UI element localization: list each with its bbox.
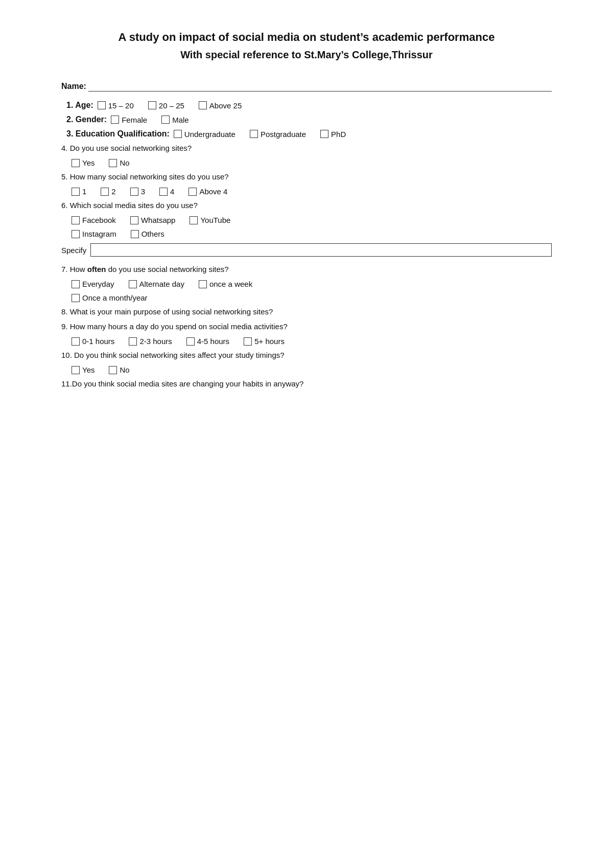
q9-checkbox-4[interactable] <box>244 337 252 346</box>
q5-opt-3-label: 3 <box>141 187 145 196</box>
q5-opt-2-label: 2 <box>111 187 115 196</box>
q4-checkbox-2[interactable] <box>109 159 117 167</box>
q10-text: 10. Do you think social networking sites… <box>61 351 552 359</box>
q2-checkbox-2[interactable] <box>161 116 170 124</box>
q7-opt-once-week-label: once a week <box>209 280 252 288</box>
q1-checkbox-1[interactable] <box>98 101 106 109</box>
q9-checkbox-3[interactable] <box>186 337 195 346</box>
q3-opt-2-label: Postgraduate <box>261 130 306 139</box>
q9-opt-1[interactable]: 0-1 hours <box>72 337 114 346</box>
q3-label: 3. Education Qualification: <box>66 129 170 139</box>
q3-opt-3[interactable]: PhD <box>320 130 346 139</box>
q4-checkbox-1[interactable] <box>72 159 80 167</box>
q6-opt-youtube[interactable]: YouTube <box>190 216 230 224</box>
q1-checkbox-3[interactable] <box>199 101 207 109</box>
q2-opt-2[interactable]: Male <box>161 116 189 124</box>
q9-checkbox-2[interactable] <box>129 337 137 346</box>
q3-opt-1[interactable]: Undergraduate <box>174 130 235 139</box>
q7-opt-once-week[interactable]: once a week <box>199 280 252 288</box>
q5-checkbox-5[interactable] <box>188 188 197 196</box>
q6-checkbox-youtube[interactable] <box>190 216 198 224</box>
q9-checkbox-1[interactable] <box>72 337 80 346</box>
q5-opt-5-label: Above 4 <box>199 187 227 196</box>
q4-text: 4. Do you use social networking sites? <box>61 144 552 152</box>
q7-checkbox-alternate[interactable] <box>129 280 137 288</box>
q6-opt-facebook-label: Facebook <box>82 216 116 224</box>
q5-opt-4[interactable]: 4 <box>159 187 174 196</box>
q7-opt-everyday[interactable]: Everyday <box>72 280 114 288</box>
question-7: 7. How often do you use social networkin… <box>61 265 552 302</box>
question-5: 5. How many social networking sites do y… <box>61 172 552 196</box>
q1-checkbox-2[interactable] <box>148 101 156 109</box>
q7-options-row1: Everyday Alternate day once a week <box>61 280 552 288</box>
question-1: 1. Age: 15 – 20 20 – 25 Above 25 <box>61 101 552 110</box>
q2-opt-1[interactable]: Female <box>111 116 147 124</box>
q3-checkbox-3[interactable] <box>320 130 328 138</box>
q3-checkbox-2[interactable] <box>250 130 258 138</box>
q6-options-row2: Instagram Others <box>61 230 552 238</box>
q6-checkbox-instagram[interactable] <box>72 230 80 238</box>
q5-options: 1 2 3 4 Above 4 <box>61 187 552 196</box>
q10-opt-2[interactable]: No <box>109 366 129 374</box>
q3-opt-2[interactable]: Postgraduate <box>250 130 306 139</box>
q6-checkbox-whatsapp[interactable] <box>130 216 138 224</box>
q6-opt-others[interactable]: Others <box>131 230 164 238</box>
q6-opt-whatsapp[interactable]: Whatsapp <box>130 216 176 224</box>
q6-opt-whatsapp-label: Whatsapp <box>141 216 176 224</box>
q5-checkbox-2[interactable] <box>101 188 109 196</box>
q7-checkbox-once-month[interactable] <box>72 294 80 302</box>
q4-options: Yes No <box>61 158 552 167</box>
q9-text: 9. How many hours a day do you spend on … <box>61 322 552 331</box>
q1-opt-1[interactable]: 15 – 20 <box>98 101 134 110</box>
q7-opt-alternate[interactable]: Alternate day <box>129 280 184 288</box>
q7-checkbox-once-week[interactable] <box>199 280 207 288</box>
q2-checkbox-1[interactable] <box>111 116 119 124</box>
q6-opt-instagram[interactable]: Instagram <box>72 230 116 238</box>
q9-opt-4[interactable]: 5+ hours <box>244 337 285 346</box>
q1-opt-2[interactable]: 20 – 25 <box>148 101 184 110</box>
q5-opt-1-label: 1 <box>82 187 86 196</box>
q2-row: 2. Gender: Female Male <box>61 115 552 124</box>
page-title: A study on impact of social media on stu… <box>61 31 552 44</box>
page-subtitle: With special reference to St.Mary’s Coll… <box>61 49 552 61</box>
q9-opt-3[interactable]: 4-5 hours <box>186 337 229 346</box>
q7-opt-once-month[interactable]: Once a month/year <box>72 293 148 302</box>
q10-opt-1-label: Yes <box>82 366 95 374</box>
q1-opt-3-label: Above 25 <box>209 101 242 110</box>
q5-checkbox-4[interactable] <box>159 188 168 196</box>
q5-checkbox-1[interactable] <box>72 188 80 196</box>
q6-opt-facebook[interactable]: Facebook <box>72 216 116 224</box>
q3-opt-1-label: Undergraduate <box>184 130 235 139</box>
q7-options-row2: Once a month/year <box>61 293 552 302</box>
q9-opt-4-label: 5+ hours <box>254 337 285 346</box>
q3-checkbox-1[interactable] <box>174 130 182 138</box>
q6-options-row1: Facebook Whatsapp YouTube <box>61 216 552 224</box>
q10-checkbox-1[interactable] <box>72 366 80 374</box>
q5-opt-5[interactable]: Above 4 <box>188 187 227 196</box>
q7-opt-everyday-label: Everyday <box>82 280 114 288</box>
question-6: 6. Which social media sites do you use? … <box>61 201 552 257</box>
q7-opt-once-month-label: Once a month/year <box>82 293 148 302</box>
q6-specify-label: Specify <box>61 246 86 255</box>
q1-row: 1. Age: 15 – 20 20 – 25 Above 25 <box>61 101 552 110</box>
q1-opt-3[interactable]: Above 25 <box>199 101 242 110</box>
q5-checkbox-3[interactable] <box>130 188 138 196</box>
question-11: 11.Do you think social media sites are c… <box>61 379 552 388</box>
q1-opt-2-label: 20 – 25 <box>159 101 184 110</box>
q4-opt-1-label: Yes <box>82 158 95 167</box>
q9-opt-2[interactable]: 2-3 hours <box>129 337 172 346</box>
q4-opt-2[interactable]: No <box>109 158 129 167</box>
q6-checkbox-others[interactable] <box>131 230 139 238</box>
q10-opt-1[interactable]: Yes <box>72 366 95 374</box>
q6-specify-input[interactable] <box>90 243 552 257</box>
q5-opt-3[interactable]: 3 <box>130 187 145 196</box>
q9-options: 0-1 hours 2-3 hours 4-5 hours 5+ hours <box>61 337 552 346</box>
q6-checkbox-facebook[interactable] <box>72 216 80 224</box>
q6-opt-others-label: Others <box>142 230 164 238</box>
q10-checkbox-2[interactable] <box>109 366 117 374</box>
q5-opt-2[interactable]: 2 <box>101 187 115 196</box>
q4-opt-1[interactable]: Yes <box>72 158 95 167</box>
q7-checkbox-everyday[interactable] <box>72 280 80 288</box>
q5-text: 5. How many social networking sites do y… <box>61 172 552 181</box>
q5-opt-1[interactable]: 1 <box>72 187 86 196</box>
